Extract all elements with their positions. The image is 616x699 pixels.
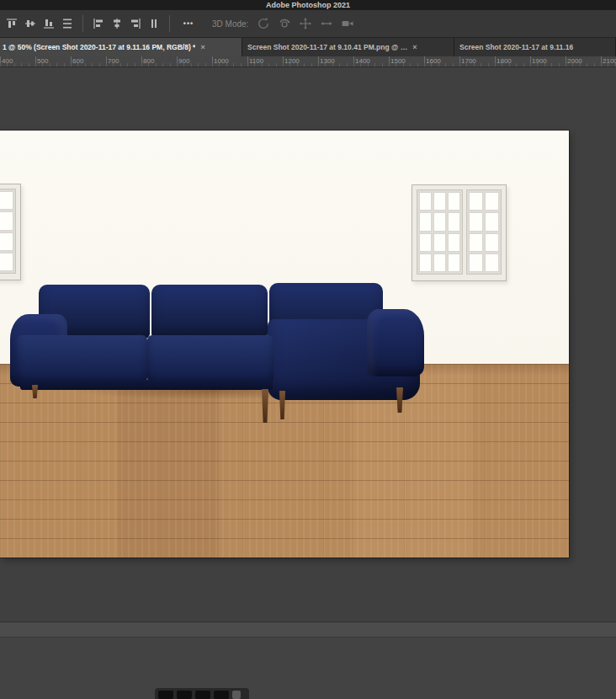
window-pane xyxy=(485,233,499,252)
window-pane xyxy=(469,212,483,231)
ruler-label: 700 xyxy=(108,57,119,65)
ruler-label: 1500 xyxy=(390,57,406,65)
more-options-button[interactable]: ••• xyxy=(177,15,200,32)
window-pane xyxy=(448,233,460,252)
tab-title: Screen Shot 2020-11-17 at 9.10.41 PM.png… xyxy=(247,43,407,51)
document-image[interactable] xyxy=(0,131,569,558)
window-pane xyxy=(419,233,432,252)
options-bar: ••• 3D Mode: xyxy=(0,10,616,38)
ruler-label: 400 xyxy=(2,57,13,65)
window-pane xyxy=(448,192,460,211)
ruler-label: 1100 xyxy=(249,57,263,65)
ruler-label: 2100 xyxy=(603,57,616,65)
canvas-area[interactable] xyxy=(0,67,616,622)
ruler-label: 500 xyxy=(37,57,48,65)
window-pane xyxy=(469,253,483,272)
options-divider xyxy=(82,15,83,32)
options-divider xyxy=(169,15,170,32)
window-pane xyxy=(433,212,446,231)
align-top-edges-icon[interactable] xyxy=(3,15,20,32)
window-sash xyxy=(466,189,502,275)
window-pane xyxy=(485,253,499,272)
tab-document-2[interactable]: Screen Shot 2020-11-17 at 9.10.41 PM.png… xyxy=(242,38,454,56)
ruler-label: 600 xyxy=(72,57,83,65)
window-pane xyxy=(433,192,446,211)
3d-mode-label: 3D Mode: xyxy=(212,19,248,29)
partial-bottom-toolbar xyxy=(155,688,249,699)
ruler-label: 900 xyxy=(178,57,189,65)
dolly-3d-camera-icon xyxy=(339,15,356,32)
align-vertical-centers-icon[interactable] xyxy=(22,15,39,32)
ruler-label: 1000 xyxy=(214,57,229,65)
roll-3d-camera-icon xyxy=(276,15,293,32)
titlebar: Adobe Photoshop 2021 xyxy=(0,0,616,10)
window-pane xyxy=(0,211,13,230)
tab-title: Screen Shot 2020-11-17 at 9.11.16 xyxy=(459,43,573,51)
ruler-label: 1900 xyxy=(532,57,547,65)
partial-toolbar-button[interactable] xyxy=(177,691,192,699)
partial-toolbar-button[interactable] xyxy=(158,691,173,699)
ruler-label: 1800 xyxy=(497,57,512,65)
align-bottom-edges-icon[interactable] xyxy=(40,15,57,32)
sofa-seat-cushion xyxy=(147,335,273,387)
distribute-vertically-icon[interactable] xyxy=(59,15,76,32)
ruler-label: 1300 xyxy=(320,57,335,65)
tab-document-1[interactable]: 1 @ 50% (Screen Shot 2020-11-17 at 9.11.… xyxy=(0,38,242,56)
window-pane xyxy=(448,253,460,272)
window-sash xyxy=(0,189,16,274)
distribute-spacing-icon[interactable] xyxy=(146,15,162,32)
tab-close-icon[interactable]: × xyxy=(200,43,204,51)
document-tabs: 1 @ 50% (Screen Shot 2020-11-17 at 9.11.… xyxy=(0,38,616,56)
window-pane xyxy=(433,253,446,272)
tab-title: 1 @ 50% (Screen Shot 2020-11-17 at 9.11.… xyxy=(3,43,195,51)
window-pane xyxy=(469,192,483,211)
window-left-partial xyxy=(0,184,21,280)
ruler-label: 1700 xyxy=(461,57,476,65)
partial-toolbar-button[interactable] xyxy=(214,691,229,699)
window-pane xyxy=(419,253,432,272)
window-pane xyxy=(485,192,499,211)
partial-toolbar-button[interactable] xyxy=(232,691,241,699)
ruler-label: 800 xyxy=(143,57,154,65)
window-pane xyxy=(0,253,13,271)
window-pane xyxy=(0,191,13,210)
window-pane xyxy=(448,212,460,231)
ruler-label: 1400 xyxy=(355,57,370,65)
align-left-edges-icon[interactable] xyxy=(90,15,107,32)
ruler-label: 1200 xyxy=(284,57,300,65)
window-sash xyxy=(417,189,463,275)
align-horizontal-centers-icon[interactable] xyxy=(109,15,125,32)
window-pane xyxy=(485,212,499,231)
window-right xyxy=(412,184,507,281)
slide-3d-camera-icon xyxy=(318,15,335,32)
window-pane xyxy=(419,192,432,211)
align-icons-group-2 xyxy=(90,15,162,32)
window-bottom-strip xyxy=(0,622,616,638)
app-title: Adobe Photoshop 2021 xyxy=(266,0,350,10)
sofa-back-cushion xyxy=(151,285,268,339)
orbit-3d-camera-icon xyxy=(255,15,272,32)
sofa-base xyxy=(20,380,273,390)
horizontal-ruler[interactable]: 4005006007008009001000110012001300140015… xyxy=(0,56,616,67)
3d-mode-icons-group xyxy=(255,15,356,32)
tab-document-3[interactable]: Screen Shot 2020-11-17 at 9.11.16 xyxy=(454,38,616,56)
sofa-seat-cushion xyxy=(17,335,147,387)
window-pane xyxy=(469,233,483,252)
partial-toolbar-button[interactable] xyxy=(195,691,210,699)
align-right-edges-icon[interactable] xyxy=(127,15,144,32)
tab-close-icon[interactable]: × xyxy=(412,43,417,51)
ruler-label: 1600 xyxy=(426,57,441,65)
pan-3d-camera-icon xyxy=(297,15,314,32)
align-icons-group xyxy=(3,15,76,32)
window-pane xyxy=(433,233,446,252)
window-pane xyxy=(419,212,432,231)
ruler-label: 2000 xyxy=(567,57,582,65)
sofa-right-arm xyxy=(367,309,424,376)
background-area xyxy=(0,638,616,699)
window-pane xyxy=(0,232,13,251)
